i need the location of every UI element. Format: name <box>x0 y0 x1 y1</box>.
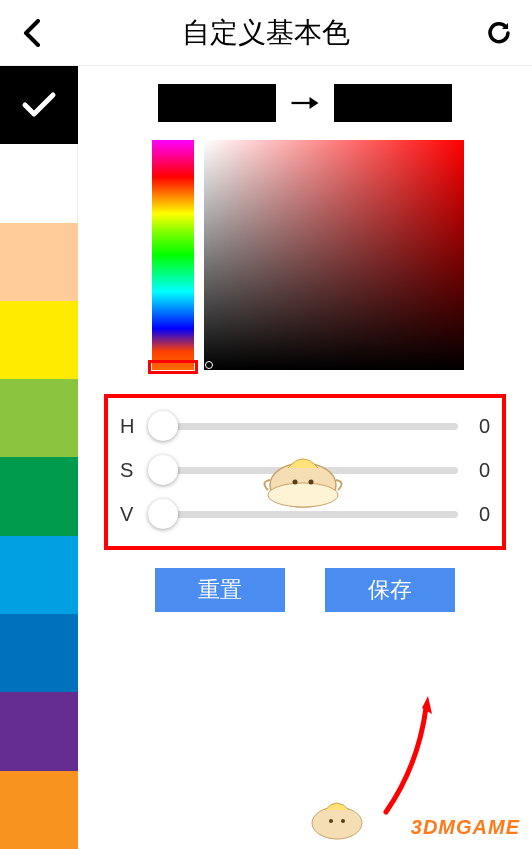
color-palette <box>0 66 78 849</box>
check-icon <box>21 91 57 119</box>
v-slider-thumb[interactable] <box>148 499 178 529</box>
palette-swatch-8[interactable] <box>0 692 78 770</box>
refresh-button[interactable] <box>480 14 518 52</box>
hue-slider[interactable] <box>152 140 194 370</box>
palette-swatch-9[interactable] <box>0 771 78 849</box>
preview-row <box>108 84 502 122</box>
sv-cursor[interactable] <box>205 361 213 369</box>
h-slider-thumb[interactable] <box>148 411 178 441</box>
color-picker <box>152 140 502 370</box>
content: H 0 S 0 V 0 重置 保存 <box>0 66 532 849</box>
h-value: 0 <box>468 415 490 438</box>
button-row: 重置 保存 <box>108 568 502 612</box>
annotation-arrow-icon <box>368 686 448 816</box>
h-slider[interactable] <box>148 423 458 430</box>
v-slider[interactable] <box>148 511 458 518</box>
svg-point-6 <box>329 819 333 823</box>
v-value: 0 <box>468 503 490 526</box>
preview-from-color <box>158 84 276 122</box>
svg-point-5 <box>312 807 362 839</box>
preview-to-color <box>334 84 452 122</box>
svg-point-2 <box>268 483 338 507</box>
svg-point-4 <box>309 480 314 485</box>
palette-swatch-0[interactable] <box>0 66 78 144</box>
palette-swatch-3[interactable] <box>0 301 78 379</box>
back-button[interactable] <box>14 14 52 52</box>
svg-point-7 <box>341 819 345 823</box>
s-value: 0 <box>468 459 490 482</box>
save-button[interactable]: 保存 <box>325 568 455 612</box>
chevron-left-icon <box>22 19 44 47</box>
saturation-value-box[interactable] <box>204 140 464 370</box>
palette-swatch-4[interactable] <box>0 379 78 457</box>
v-label: V <box>120 503 138 526</box>
refresh-icon <box>484 18 514 48</box>
main-panel: H 0 S 0 V 0 重置 保存 <box>78 66 532 849</box>
palette-swatch-1[interactable] <box>0 144 78 222</box>
palette-swatch-6[interactable] <box>0 536 78 614</box>
header: 自定义基本色 <box>0 0 532 66</box>
svg-point-3 <box>293 480 298 485</box>
reset-button[interactable]: 重置 <box>155 568 285 612</box>
palette-swatch-7[interactable] <box>0 614 78 692</box>
s-label: S <box>120 459 138 482</box>
page-title: 自定义基本色 <box>182 14 350 52</box>
watermark: 3DMGAME <box>411 816 520 839</box>
h-label: H <box>120 415 138 438</box>
palette-swatch-5[interactable] <box>0 457 78 535</box>
mascot-small-icon <box>302 788 372 843</box>
s-slider-thumb[interactable] <box>148 455 178 485</box>
palette-swatch-2[interactable] <box>0 223 78 301</box>
arrow-right-icon <box>290 91 320 115</box>
mascot-icon <box>258 440 348 510</box>
